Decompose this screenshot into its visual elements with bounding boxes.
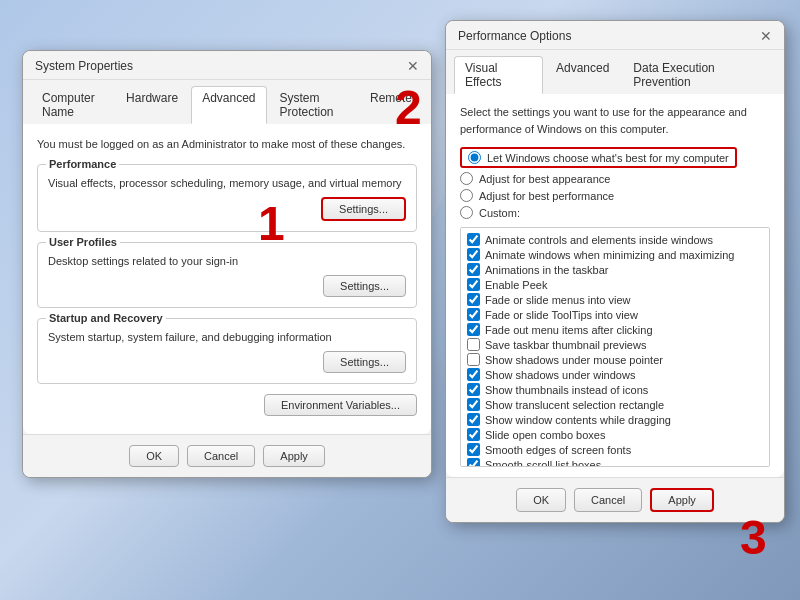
checkbox-label-4: Fade or slide menus into view (485, 294, 631, 306)
system-properties-titlebar: System Properties ✕ (23, 51, 431, 80)
system-properties-cancel-button[interactable]: Cancel (187, 445, 255, 467)
performance-options-window: Performance Options ✕ Visual Effects Adv… (445, 20, 785, 523)
radio-group: Let Windows choose what's best for my co… (460, 147, 770, 219)
tab-advanced-perf[interactable]: Advanced (545, 56, 620, 94)
checkbox-label-12: Show window contents while dragging (485, 414, 671, 426)
checkbox-item-14: Smooth edges of screen fonts (465, 442, 765, 457)
performance-options-titlebar: Performance Options ✕ (446, 21, 784, 50)
startup-recovery-settings-button[interactable]: Settings... (323, 351, 406, 373)
radio-best-appearance-label: Adjust for best appearance (479, 173, 610, 185)
checkbox-label-15: Smooth-scroll list boxes (485, 459, 601, 468)
tab-advanced[interactable]: Advanced (191, 86, 266, 124)
visual-effects-checkbox-list: Animate controls and elements inside win… (460, 227, 770, 467)
checkbox-item-15: Smooth-scroll list boxes (465, 457, 765, 467)
checkbox-item-12: Show window contents while dragging (465, 412, 765, 427)
radio-let-windows-item: Let Windows choose what's best for my co… (460, 147, 770, 168)
checkbox-input-8[interactable] (467, 353, 480, 366)
performance-options-cancel-button[interactable]: Cancel (574, 488, 642, 512)
checkbox-label-8: Show shadows under mouse pointer (485, 354, 663, 366)
system-properties-tab-bar: Computer Name Hardware Advanced System P… (23, 80, 431, 124)
checkbox-item-2: Animations in the taskbar (465, 262, 765, 277)
checkbox-item-4: Fade or slide menus into view (465, 292, 765, 307)
performance-section: Performance Visual effects, processor sc… (37, 164, 417, 232)
performance-options-ok-button[interactable]: OK (516, 488, 566, 512)
tab-system-protection[interactable]: System Protection (269, 86, 357, 124)
radio-let-windows-label: Let Windows choose what's best for my co… (487, 152, 729, 164)
checkbox-input-14[interactable] (467, 443, 480, 456)
tab-computer-name[interactable]: Computer Name (31, 86, 113, 124)
system-properties-title: System Properties (35, 59, 133, 73)
perf-description: Select the settings you want to use for … (460, 104, 770, 137)
checkbox-input-0[interactable] (467, 233, 480, 246)
radio-best-performance-input[interactable] (460, 189, 473, 202)
checkbox-label-2: Animations in the taskbar (485, 264, 609, 276)
tab-remote[interactable]: Remote (359, 86, 423, 124)
checkbox-input-11[interactable] (467, 398, 480, 411)
checkbox-input-6[interactable] (467, 323, 480, 336)
checkbox-item-10: Show thumbnails instead of icons (465, 382, 765, 397)
user-profiles-settings-button[interactable]: Settings... (323, 275, 406, 297)
radio-best-performance-item: Adjust for best performance (460, 189, 770, 202)
performance-options-tab-bar: Visual Effects Advanced Data Execution P… (446, 50, 784, 94)
system-properties-close-button[interactable]: ✕ (407, 59, 419, 73)
checkbox-item-6: Fade out menu items after clicking (465, 322, 765, 337)
checkbox-item-9: Show shadows under windows (465, 367, 765, 382)
checkbox-label-0: Animate controls and elements inside win… (485, 234, 713, 246)
system-properties-apply-button[interactable]: Apply (263, 445, 325, 467)
performance-options-content: Select the settings you want to use for … (446, 94, 784, 477)
user-profiles-section: User Profiles Desktop settings related t… (37, 242, 417, 308)
user-profiles-desc: Desktop settings related to your sign-in (48, 255, 406, 267)
checkbox-input-13[interactable] (467, 428, 480, 441)
system-properties-window: System Properties ✕ Computer Name Hardwa… (22, 50, 432, 478)
checkbox-item-8: Show shadows under mouse pointer (465, 352, 765, 367)
performance-options-close-button[interactable]: ✕ (760, 29, 772, 43)
radio-let-windows-wrap: Let Windows choose what's best for my co… (460, 147, 737, 168)
tab-visual-effects[interactable]: Visual Effects (454, 56, 543, 94)
checkbox-input-4[interactable] (467, 293, 480, 306)
checkbox-item-13: Slide open combo boxes (465, 427, 765, 442)
checkbox-input-5[interactable] (467, 308, 480, 321)
checkbox-input-9[interactable] (467, 368, 480, 381)
checkbox-item-0: Animate controls and elements inside win… (465, 232, 765, 247)
checkbox-input-1[interactable] (467, 248, 480, 261)
checkbox-input-7[interactable] (467, 338, 480, 351)
checkbox-label-9: Show shadows under windows (485, 369, 635, 381)
performance-options-title: Performance Options (458, 29, 571, 43)
system-properties-content: You must be logged on as an Administrato… (23, 124, 431, 434)
radio-let-windows-input[interactable] (468, 151, 481, 164)
checkbox-label-10: Show thumbnails instead of icons (485, 384, 648, 396)
checkbox-label-6: Fade out menu items after clicking (485, 324, 653, 336)
system-properties-ok-button[interactable]: OK (129, 445, 179, 467)
checkbox-label-7: Save taskbar thumbnail previews (485, 339, 646, 351)
radio-custom-item: Custom: (460, 206, 770, 219)
performance-section-title: Performance (46, 158, 119, 170)
checkbox-label-5: Fade or slide ToolTips into view (485, 309, 638, 321)
radio-best-appearance-item: Adjust for best appearance (460, 172, 770, 185)
startup-recovery-section: Startup and Recovery System startup, sys… (37, 318, 417, 384)
radio-best-performance-label: Adjust for best performance (479, 190, 614, 202)
environment-variables-button[interactable]: Environment Variables... (264, 394, 417, 416)
checkbox-input-15[interactable] (467, 458, 480, 467)
radio-custom-input[interactable] (460, 206, 473, 219)
tab-hardware[interactable]: Hardware (115, 86, 189, 124)
admin-note: You must be logged on as an Administrato… (37, 134, 417, 154)
checkbox-input-3[interactable] (467, 278, 480, 291)
radio-custom-label: Custom: (479, 207, 520, 219)
checkbox-input-10[interactable] (467, 383, 480, 396)
checkbox-label-11: Show translucent selection rectangle (485, 399, 664, 411)
checkbox-input-12[interactable] (467, 413, 480, 426)
checkbox-label-3: Enable Peek (485, 279, 547, 291)
radio-best-appearance-input[interactable] (460, 172, 473, 185)
checkbox-item-5: Fade or slide ToolTips into view (465, 307, 765, 322)
performance-options-bottom-buttons: OK Cancel Apply (446, 477, 784, 522)
tab-data-execution[interactable]: Data Execution Prevention (622, 56, 776, 94)
performance-desc: Visual effects, processor scheduling, me… (48, 177, 406, 189)
startup-recovery-desc: System startup, system failure, and debu… (48, 331, 406, 343)
checkbox-label-13: Slide open combo boxes (485, 429, 605, 441)
checkbox-item-1: Animate windows when minimizing and maxi… (465, 247, 765, 262)
checkbox-item-7: Save taskbar thumbnail previews (465, 337, 765, 352)
performance-settings-button[interactable]: Settings... (321, 197, 406, 221)
performance-options-apply-button[interactable]: Apply (650, 488, 714, 512)
checkbox-label-14: Smooth edges of screen fonts (485, 444, 631, 456)
checkbox-input-2[interactable] (467, 263, 480, 276)
